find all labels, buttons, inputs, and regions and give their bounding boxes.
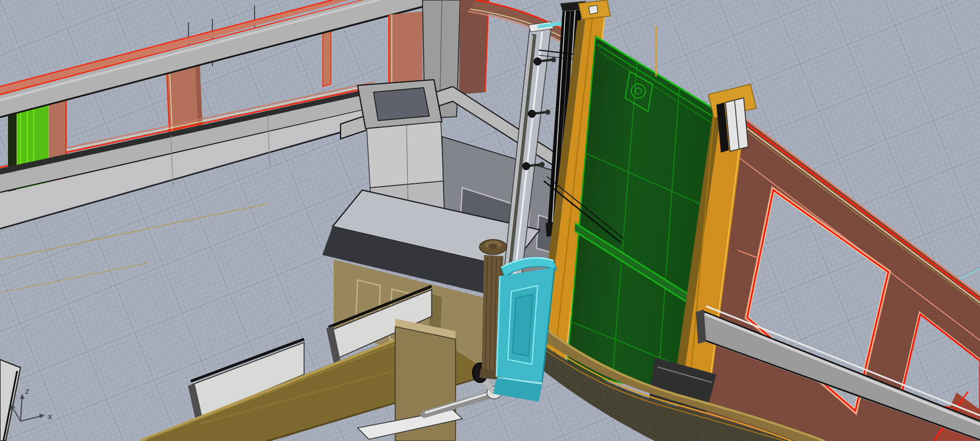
hinge-knob — [528, 110, 536, 118]
hinge-knob — [523, 163, 530, 170]
x-axis-label: x — [48, 411, 52, 421]
viewport-canvas[interactable]: z x — [0, 0, 980, 441]
hinge-cap — [540, 162, 545, 167]
cap-slot — [589, 5, 598, 14]
hinge-cap — [551, 57, 556, 63]
hinge-knob — [534, 58, 542, 65]
kiosk-column-upper — [367, 122, 444, 188]
z-axis-label: z — [25, 386, 30, 395]
capital-core — [489, 244, 498, 249]
column-top-opening — [374, 88, 429, 121]
hinge-cap — [546, 110, 551, 115]
cad-application-window: z x — [0, 0, 980, 441]
